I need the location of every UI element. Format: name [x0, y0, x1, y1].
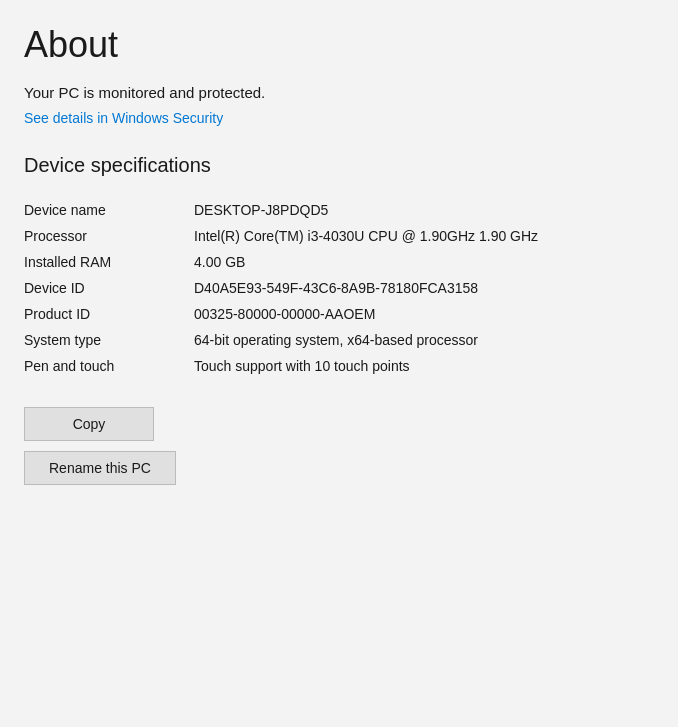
rename-pc-button[interactable]: Rename this PC [24, 451, 176, 485]
specs-table: Device nameDESKTOP-J8PDQD5ProcessorIntel… [24, 197, 654, 379]
table-row: Installed RAM4.00 GB [24, 249, 654, 275]
spec-label: Pen and touch [24, 353, 194, 379]
spec-label: Installed RAM [24, 249, 194, 275]
spec-value: D40A5E93-549F-43C6-8A9B-78180FCA3158 [194, 275, 654, 301]
spec-value: 00325-80000-00000-AAOEM [194, 301, 654, 327]
spec-label: Processor [24, 223, 194, 249]
copy-button[interactable]: Copy [24, 407, 154, 441]
spec-value: Touch support with 10 touch points [194, 353, 654, 379]
page-title: About [24, 24, 654, 66]
spec-label: Device ID [24, 275, 194, 301]
spec-value: 4.00 GB [194, 249, 654, 275]
spec-label: Product ID [24, 301, 194, 327]
spec-label: Device name [24, 197, 194, 223]
table-row: Product ID00325-80000-00000-AAOEM [24, 301, 654, 327]
device-specifications-heading: Device specifications [24, 154, 654, 177]
spec-value: Intel(R) Core(TM) i3-4030U CPU @ 1.90GHz… [194, 223, 654, 249]
table-row: System type64-bit operating system, x64-… [24, 327, 654, 353]
spec-value: 64-bit operating system, x64-based proce… [194, 327, 654, 353]
table-row: ProcessorIntel(R) Core(TM) i3-4030U CPU … [24, 223, 654, 249]
table-row: Device nameDESKTOP-J8PDQD5 [24, 197, 654, 223]
table-row: Pen and touchTouch support with 10 touch… [24, 353, 654, 379]
spec-label: System type [24, 327, 194, 353]
spec-value: DESKTOP-J8PDQD5 [194, 197, 654, 223]
action-buttons: Copy Rename this PC [24, 407, 654, 485]
table-row: Device IDD40A5E93-549F-43C6-8A9B-78180FC… [24, 275, 654, 301]
windows-security-link[interactable]: See details in Windows Security [24, 110, 223, 126]
security-status-text: Your PC is monitored and protected. [24, 84, 654, 101]
